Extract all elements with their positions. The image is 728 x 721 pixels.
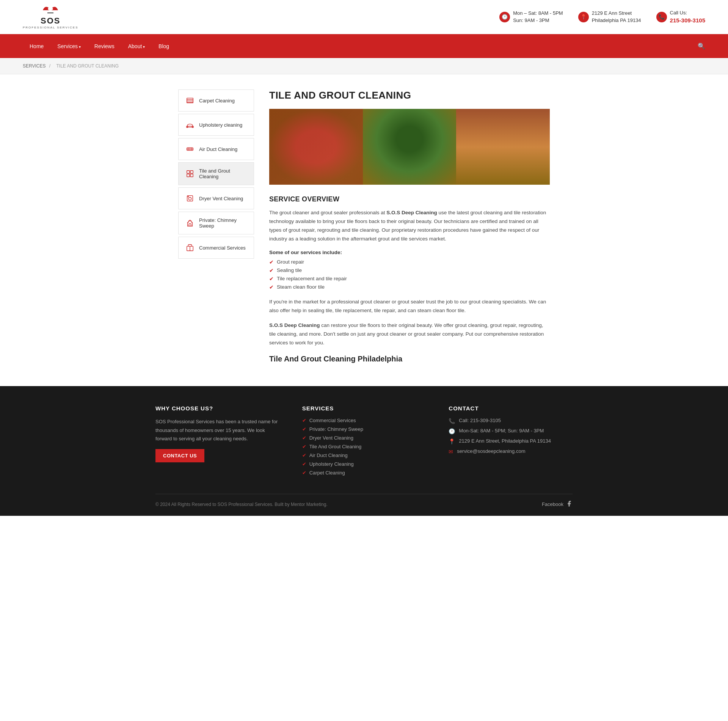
footer-services-title: SERVICES: [302, 405, 426, 412]
check-icon: ✔: [269, 284, 274, 290]
footer-services-list: ✔Commercial Services ✔Private: Chimney S…: [302, 418, 426, 476]
phone-icon: 📞: [656, 12, 667, 22]
hours-line2: Sun: 9AM - 3PM: [513, 17, 563, 24]
clock-icon: 🕐: [499, 12, 510, 22]
sidebar-item-tile[interactable]: Tile and Grout Cleaning: [178, 162, 254, 185]
nav-blog[interactable]: Blog: [152, 35, 176, 58]
footer-service-item[interactable]: ✔Air Duct Cleaning: [302, 452, 426, 458]
hero-image-left: [269, 109, 363, 185]
check-icon: ✔: [302, 452, 306, 458]
page-title: TILE AND GROUT CLEANING: [269, 90, 550, 101]
footer-contact-list: 📞 Call: 215-309-3105 🕐 Mon-Sat: 8AM - 5P…: [449, 418, 573, 455]
main-nav: Home Services Reviews About Blog 🔍: [0, 34, 728, 58]
footer-contact-address: 📍 2129 E Ann Street, Philadelphia PA 191…: [449, 438, 573, 445]
sidebar-label-carpet: Carpet Cleaning: [199, 98, 235, 104]
contact-us-button[interactable]: CONTACT US: [155, 449, 204, 462]
hours-line1: Mon – Sat: 8AM - 5PM: [513, 10, 563, 17]
check-icon: ✔: [302, 444, 306, 449]
services-include-label: Some of our services include:: [269, 250, 550, 255]
phone-info[interactable]: 📞 Call Us: 215-309-3105: [656, 9, 705, 24]
sidebar-label-chimney: Private: Chimney Sweep: [199, 217, 248, 229]
nav-reviews-link[interactable]: Reviews: [88, 35, 121, 58]
hero-image-right: [456, 109, 550, 185]
check-icon: ✔: [302, 470, 306, 476]
footer-bottom: © 2024 All Rights Reserved to SOS Profes…: [155, 494, 573, 508]
upholstery-icon: [185, 119, 195, 130]
call-label: Call Us:: [670, 9, 705, 16]
why-choose-title: WHY CHOOSE US?: [155, 405, 279, 412]
footer: WHY CHOOSE US? SOS Professional Services…: [0, 386, 728, 516]
overview-text1: The grout cleaner and grout sealer profe…: [269, 209, 550, 243]
footer-services: SERVICES ✔Commercial Services ✔Private: …: [302, 405, 426, 479]
sidebar-label-upholstery: Upholstery cleaning: [199, 122, 242, 128]
breadcrumb-services[interactable]: SERVICES: [23, 63, 46, 69]
check-icon: ✔: [302, 426, 306, 432]
footer-contact-phone[interactable]: 📞 Call: 215-309-3105: [449, 418, 573, 424]
hero-image: [269, 109, 550, 185]
nav-about[interactable]: About: [121, 35, 152, 58]
footer-service-item[interactable]: ✔Upholstery Cleaning: [302, 461, 426, 467]
logo[interactable]: SOS PROFESSIONAL SERVICES: [23, 5, 78, 29]
services-checklist: ✔ Grout repair ✔ Sealing tile ✔ Tile rep…: [269, 259, 550, 290]
phone-icon: 📞: [449, 418, 455, 424]
nav-blog-link[interactable]: Blog: [152, 35, 176, 58]
commercial-icon: [185, 242, 195, 253]
sidebar-label-dryer: Dryer Vent Cleaning: [199, 196, 243, 201]
sidebar-item-upholstery[interactable]: Upholstery cleaning: [178, 114, 254, 136]
service-list-item: ✔ Grout repair: [269, 259, 550, 265]
brand-name2: S.O.S Deep Cleaning: [269, 322, 320, 328]
facebook-icon[interactable]: [566, 500, 573, 508]
address-line1: 2129 E Ann Street: [592, 10, 641, 17]
tile-icon: [185, 168, 195, 179]
why-choose-text: SOS Professional Services has been a tru…: [155, 418, 279, 443]
breadcrumb-separator: /: [49, 63, 50, 69]
brand-name1: S.O.S Deep Cleaning: [386, 210, 437, 215]
overview-text2: If you're in the market for a profession…: [269, 298, 550, 315]
check-icon: ✔: [269, 276, 274, 282]
service-list-item: ✔ Steam clean floor tile: [269, 284, 550, 290]
footer-service-item[interactable]: ✔Tile And Grout Cleaning: [302, 444, 426, 449]
footer-service-item[interactable]: ✔Dryer Vent Cleaning: [302, 435, 426, 441]
nav-items: Home Services Reviews About Blog: [23, 35, 176, 58]
top-header: SOS PROFESSIONAL SERVICES 🕐 Mon – Sat: 8…: [0, 0, 728, 34]
sidebar-label-airduct: Air Duct Cleaning: [199, 146, 237, 152]
footer-service-item[interactable]: ✔Private: Chimney Sweep: [302, 426, 426, 432]
nav-home-link[interactable]: Home: [23, 35, 50, 58]
logo-wing-icon: [43, 5, 58, 16]
nav-about-link[interactable]: About: [121, 35, 152, 58]
footer-contact-hours: 🕐 Mon-Sat: 8AM - 5PM; Sun: 9AM - 3PM: [449, 428, 573, 434]
nav-services[interactable]: Services: [50, 35, 87, 58]
breadcrumb: SERVICES / TILE AND GROUT CLEANING: [0, 58, 728, 74]
footer-service-item[interactable]: ✔Carpet Cleaning: [302, 470, 426, 476]
carpet-icon: [185, 95, 195, 106]
sidebar-item-chimney[interactable]: Private: Chimney Sweep: [178, 212, 254, 234]
sidebar-item-dryer[interactable]: Dryer Vent Cleaning: [178, 187, 254, 209]
svg-rect-15: [187, 174, 190, 177]
nav-services-link[interactable]: Services: [50, 35, 87, 58]
facebook-label[interactable]: Facebook: [542, 501, 563, 507]
breadcrumb-current: TILE AND GROUT CLEANING: [56, 63, 119, 69]
check-icon: ✔: [302, 461, 306, 467]
footer-social[interactable]: Facebook: [542, 500, 573, 508]
nav-home[interactable]: Home: [23, 35, 50, 58]
footer-grid: WHY CHOOSE US? SOS Professional Services…: [155, 405, 573, 494]
copyright: © 2024 All Rights Reserved to SOS Profes…: [155, 502, 328, 507]
phone-number[interactable]: 215-309-3105: [670, 16, 705, 24]
footer-contact-email[interactable]: ✉ service@sosdeepcleaning.com: [449, 448, 573, 455]
nav-reviews[interactable]: Reviews: [88, 35, 121, 58]
svg-point-18: [188, 197, 191, 200]
footer-contact: CONTACT 📞 Call: 215-309-3105 🕐 Mon-Sat: …: [449, 405, 573, 479]
chimney-icon: [185, 218, 195, 228]
footer-service-item[interactable]: ✔Commercial Services: [302, 418, 426, 423]
sidebar-item-commercial[interactable]: Commercial Services: [178, 237, 254, 259]
location-icon: 📍: [449, 438, 455, 445]
sidebar-item-airduct[interactable]: Air Duct Cleaning: [178, 138, 254, 160]
footer-why-choose: WHY CHOOSE US? SOS Professional Services…: [155, 405, 279, 479]
sidebar-label-commercial: Commercial Services: [199, 245, 246, 251]
sidebar-item-carpet[interactable]: Carpet Cleaning: [178, 90, 254, 112]
search-icon[interactable]: 🔍: [691, 34, 705, 58]
svg-rect-14: [190, 171, 193, 173]
clock-icon: 🕐: [449, 428, 455, 434]
email-icon: ✉: [449, 449, 453, 455]
check-icon: ✔: [302, 418, 306, 423]
